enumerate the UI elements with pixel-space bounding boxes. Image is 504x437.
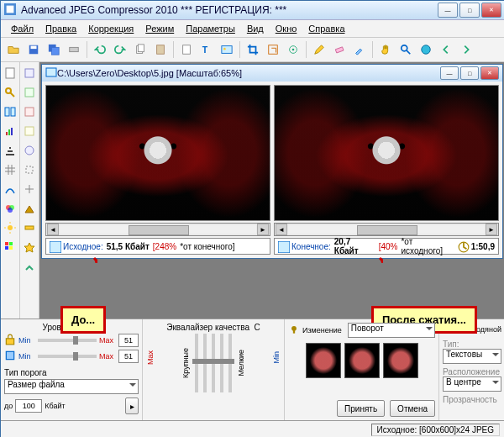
- grid-icon[interactable]: [2, 161, 18, 178]
- tool-j-icon[interactable]: [21, 239, 38, 255]
- paste-icon[interactable]: [151, 40, 170, 59]
- tool-c-icon[interactable]: [21, 103, 38, 120]
- eq-slider[interactable]: [212, 334, 215, 392]
- pencil-icon[interactable]: [310, 40, 328, 59]
- scroll-right-icon[interactable]: ►: [257, 224, 269, 235]
- key-icon[interactable]: [2, 84, 18, 101]
- svg-rect-6: [70, 47, 79, 51]
- tool-i-icon[interactable]: [21, 219, 38, 236]
- result-ratio: 1:50,9: [471, 242, 495, 251]
- menu-help[interactable]: Справка: [303, 22, 349, 35]
- svg-rect-48: [50, 241, 61, 253]
- scroll-left-icon[interactable]: ◄: [47, 224, 59, 235]
- eq-slider[interactable]: [203, 334, 207, 392]
- tool-e-icon[interactable]: [21, 142, 38, 159]
- doc-minimize-button[interactable]: —: [440, 66, 459, 80]
- document-path: C:\Users\Zero\Desktop\5.jpg [Масштаб:65%…: [57, 68, 440, 78]
- svg-point-20: [422, 45, 431, 55]
- bottom-panels: Уровни сжатия Min Max 51 Min Max 51 Тип …: [1, 319, 504, 420]
- cancel-button[interactable]: Отмена: [390, 400, 435, 417]
- menu-edit[interactable]: Правка: [40, 22, 81, 35]
- menu-correction[interactable]: Коррекция: [83, 22, 139, 35]
- change-select[interactable]: Поворот: [348, 323, 435, 338]
- scroll-left-icon[interactable]: ◄: [276, 224, 287, 235]
- compression-value-2[interactable]: 51: [118, 350, 139, 363]
- preview-toggle-icon[interactable]: [2, 103, 18, 120]
- arrow-left-icon[interactable]: [437, 40, 455, 59]
- wm-type-select[interactable]: Текстовы: [443, 349, 501, 364]
- eq-slider[interactable]: [220, 334, 223, 392]
- rotate-preview[interactable]: [383, 343, 418, 378]
- rotate-preview[interactable]: [344, 343, 380, 378]
- compression-slider-1[interactable]: [38, 339, 97, 342]
- target-icon[interactable]: [284, 40, 302, 59]
- open-icon[interactable]: [4, 40, 23, 59]
- image-icon[interactable]: [218, 40, 236, 59]
- result-hscroll[interactable]: ◄ ►: [274, 223, 499, 236]
- tool-a-icon[interactable]: [21, 65, 38, 82]
- scroll-right-icon[interactable]: ►: [486, 224, 497, 235]
- image-info-icon: [278, 241, 288, 251]
- change-label: Изменение: [302, 326, 342, 334]
- brightness-icon[interactable]: [2, 219, 18, 236]
- channels-icon[interactable]: [2, 200, 18, 217]
- threshold-value-input[interactable]: 100: [15, 399, 42, 413]
- wm-placement-select[interactable]: В центре: [443, 376, 501, 392]
- image-info-icon: [50, 241, 60, 251]
- menu-mode[interactable]: Режим: [140, 22, 179, 35]
- compression-slider-2[interactable]: [38, 355, 97, 358]
- menu-window[interactable]: Окно: [270, 22, 302, 35]
- chain-icon[interactable]: [4, 350, 16, 363]
- redo-icon[interactable]: [111, 40, 129, 59]
- document-icon[interactable]: [177, 40, 196, 59]
- resize-icon[interactable]: [264, 40, 282, 59]
- eq-slider[interactable]: [228, 334, 232, 392]
- close-button[interactable]: ✕: [481, 3, 501, 18]
- tool-b-icon[interactable]: [21, 84, 38, 101]
- world-icon[interactable]: [417, 40, 435, 59]
- scanner-icon[interactable]: [65, 40, 83, 59]
- new-icon[interactable]: [2, 65, 18, 82]
- compression-value-1[interactable]: 51: [118, 334, 139, 347]
- crop-icon[interactable]: [244, 40, 262, 59]
- arrow-right-icon[interactable]: [457, 40, 475, 59]
- titlebar: Advanced JPEG Compressor 2010 *** РЕГИСТ…: [1, 1, 504, 20]
- apply-button[interactable]: Принять: [337, 400, 385, 417]
- eyedropper-icon[interactable]: [350, 40, 369, 59]
- maximize-button[interactable]: □: [459, 3, 480, 18]
- copy-icon[interactable]: [131, 40, 150, 59]
- lock-icon[interactable]: [4, 334, 16, 347]
- threshold-select[interactable]: Размер файла: [4, 379, 139, 394]
- tool-g-icon[interactable]: [21, 181, 38, 197]
- menu-params[interactable]: Параметры: [181, 22, 240, 35]
- menu-file[interactable]: Файл: [6, 22, 39, 35]
- eq-slider[interactable]: [195, 334, 198, 392]
- source-hscroll[interactable]: ◄ ►: [45, 223, 270, 236]
- source-image[interactable]: [45, 85, 270, 221]
- result-image[interactable]: [274, 85, 499, 221]
- doc-close-button[interactable]: ✕: [480, 66, 499, 80]
- histogram-icon[interactable]: [2, 123, 18, 140]
- palette-icon[interactable]: [2, 239, 18, 255]
- save-icon[interactable]: [24, 40, 43, 59]
- text-icon[interactable]: T: [197, 40, 216, 59]
- undo-icon[interactable]: [91, 40, 109, 59]
- apply-small-button[interactable]: ▸: [125, 398, 139, 414]
- tool-d-icon[interactable]: [21, 123, 38, 140]
- tool-h-icon[interactable]: [21, 200, 38, 217]
- eq-small: Мелкие: [237, 350, 245, 376]
- tool-k-icon[interactable]: [21, 258, 38, 275]
- zoom-icon[interactable]: [396, 40, 415, 59]
- menu-view[interactable]: Вид: [242, 22, 269, 35]
- rotate-preview[interactable]: [306, 343, 341, 378]
- eraser-icon[interactable]: [330, 40, 349, 59]
- curves-icon[interactable]: [2, 181, 18, 197]
- levels-icon[interactable]: [2, 142, 18, 159]
- hand-icon[interactable]: [376, 40, 395, 59]
- source-info: Исходное: 51,5 Кбайт [248% *от конечного…: [45, 238, 270, 255]
- tool-f-icon[interactable]: [21, 161, 38, 178]
- saveall-icon[interactable]: [45, 40, 63, 59]
- doc-maximize-button[interactable]: □: [460, 66, 479, 80]
- source-label: Исходное:: [63, 242, 103, 251]
- minimize-button[interactable]: —: [438, 3, 458, 18]
